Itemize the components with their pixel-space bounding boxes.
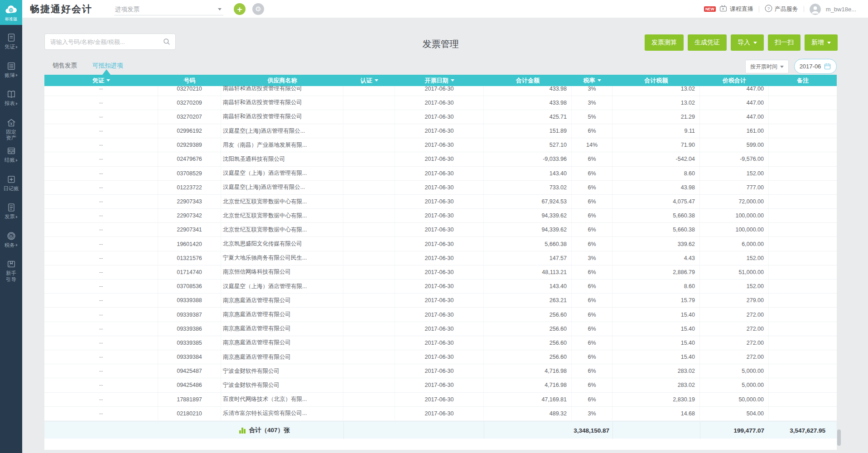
chevron-down-icon — [780, 66, 784, 68]
sidebar-item-label: 凭证 — [5, 44, 18, 50]
table-row[interactable]: --01223722汉庭星空(上海)酒店管理有限公...2017-06-3073… — [44, 181, 837, 195]
scan-button[interactable]: 扫一扫 — [768, 34, 800, 51]
table-row[interactable]: --03270209南昌轩和酒店投资管理有限公司2017-06-30433.98… — [44, 96, 837, 110]
table-row[interactable]: --09339387南京惠庭酒店管理有限公司2017-06-30256.606%… — [44, 308, 837, 322]
cell-total-with-tax: 72,000.00 — [700, 195, 769, 208]
cell-voucher: -- — [44, 336, 158, 350]
ledger-icon — [6, 61, 16, 71]
chevron-right-icon — [16, 244, 18, 246]
cell-number: 01223722 — [158, 181, 221, 194]
cell-date: 2017-06-30 — [395, 393, 484, 406]
sidebar-item-guide[interactable]: 新手引导 — [0, 259, 22, 288]
table-row[interactable]: --03708529汉庭星空（上海）酒店管理有限...2017-06-30143… — [44, 167, 837, 181]
cell-voucher: -- — [44, 294, 158, 307]
table-row[interactable]: --03708536汉庭星空（上海）酒店管理有限...2017-06-30143… — [44, 280, 837, 294]
table-row[interactable]: --02929389用友（南昌）产业基地发展有限...2017-06-30527… — [44, 138, 837, 152]
table-row[interactable]: --09339385南京惠庭酒店管理有限公司2017-06-30256.606%… — [44, 336, 837, 350]
sidebar-item-report[interactable]: 报表 — [0, 89, 22, 118]
cell-tax-amount: 2,886.79 — [612, 265, 700, 279]
column-header-voucher[interactable]: 凭证 — [44, 75, 158, 86]
table-row[interactable]: --01321576宁夏大地乐驰商务有限公司民生...2017-06-30147… — [44, 251, 837, 265]
sidebar-item-label: 新手 — [6, 270, 16, 277]
footer-count-label: 合计（407）张 — [249, 426, 290, 434]
table-row[interactable]: --19601420北京凯思盛阳文化传媒有限公司2017-06-305,660.… — [44, 237, 837, 251]
period-picker[interactable]: 2017-06 — [794, 59, 837, 74]
product-service-link[interactable]: ? 产品服务 — [765, 5, 798, 14]
table-row[interactable]: --09425487宁波金财软件有限公司2017-06-304,716.986%… — [44, 364, 837, 378]
sidebar-item-fixed-assets[interactable]: ¥固定资产 — [0, 118, 22, 146]
table-row[interactable]: --01714740南京恒信网络科技有限公司2017-06-3048,113.2… — [44, 265, 837, 280]
cell-supplier: 南京惠庭酒店管理有限公司 — [221, 308, 343, 321]
tab-sales-invoice[interactable]: 销售发票 — [53, 62, 77, 70]
cell-tax-amount: 4,075.47 — [612, 195, 700, 208]
fixed-assets-icon: ¥ — [6, 118, 16, 128]
plus-icon: + — [237, 5, 242, 14]
table-row[interactable]: --02479676沈阳凯圣通科技有限公司2017-06-30-9,033.96… — [44, 152, 837, 166]
cell-voucher: -- — [44, 280, 158, 293]
quick-add-button[interactable]: + — [234, 3, 246, 15]
cell-auth — [343, 407, 395, 420]
cell-total-with-tax: 100,000.00 — [700, 209, 769, 222]
sort-by-dropdown[interactable]: 按开票时间 — [745, 60, 789, 73]
cell-number: 02929389 — [158, 138, 221, 152]
column-header-total-with-tax: 价税合计 — [700, 75, 769, 86]
app-logo[interactable]: 标准版 — [0, 0, 22, 25]
sidebar-item-voucher[interactable]: 凭证 — [0, 33, 22, 61]
new-badge: NEW — [704, 6, 716, 12]
cell-tax-rate: 3% — [572, 251, 612, 265]
cell-tax-rate: 6% — [572, 124, 612, 138]
table-row[interactable]: --03270207南昌轩和酒店投资管理有限公司2017-06-30425.71… — [44, 110, 837, 124]
table-row[interactable]: --02180210乐清市富尔特长运宾馆有限公司...2017-06-30489… — [44, 407, 837, 421]
table-row[interactable]: --22907343北京世纪互联宽带数据中心有限...2017-06-3067,… — [44, 195, 837, 209]
sidebar: 凭证账簿报表¥固定资产结账日记账发票税税务新手引导 — [0, 18, 22, 453]
tab-deductible-input[interactable]: 可抵扣进项 — [92, 62, 123, 70]
period-value: 2017-06 — [800, 63, 821, 70]
column-header-supplier: 供应商名称 — [221, 75, 343, 86]
vertical-scrollbar-thumb[interactable] — [837, 429, 841, 446]
sidebar-item-tax[interactable]: 税税务 — [0, 231, 22, 260]
cell-voucher: -- — [44, 167, 158, 180]
column-header-tax-rate[interactable]: 税率 — [572, 75, 612, 86]
table-row[interactable]: --22907342北京世纪互联宽带数据中心有限...2017-06-3094,… — [44, 209, 837, 223]
module-select-dropdown[interactable]: 进项发票 — [114, 4, 223, 15]
table-row[interactable]: --09339384南京惠庭酒店管理有限公司2017-06-30256.606%… — [44, 350, 837, 364]
column-header-invoice-date[interactable]: 开票日期 — [395, 75, 484, 86]
cell-number: 03270207 — [158, 110, 221, 124]
settings-button[interactable]: ⚙ — [252, 3, 264, 15]
table-row[interactable]: --09425486宁波金财软件有限公司2017-06-304,716.986%… — [44, 378, 837, 392]
cell-voucher: -- — [44, 223, 158, 236]
invoice-calc-button[interactable]: 发票测算 — [645, 34, 684, 51]
cell-supplier: 南京惠庭酒店管理有限公司 — [221, 350, 343, 364]
cell-date: 2017-06-30 — [395, 223, 484, 236]
import-button[interactable]: 导入 — [731, 34, 764, 51]
cell-amount: 5,660.38 — [484, 237, 572, 251]
table-row[interactable]: --22907341北京世纪互联宽带数据中心有限...2017-06-3094,… — [44, 223, 837, 237]
sidebar-item-journal[interactable]: 日记账 — [0, 174, 22, 203]
sidebar-item-ledger[interactable]: 账簿 — [0, 61, 22, 90]
table-row[interactable]: --02996192汉庭星空(上海)酒店管理有限公...2017-06-3015… — [44, 124, 837, 138]
button-label: 导入 — [738, 39, 750, 47]
module-select-value: 进项发票 — [114, 5, 140, 14]
cell-date: 2017-06-30 — [395, 378, 484, 392]
generate-voucher-button[interactable]: 生成凭证 — [688, 34, 727, 51]
user-menu[interactable]: m_bw18e... — [810, 4, 856, 15]
sidebar-item-closing[interactable]: 结账 — [0, 146, 22, 174]
sidebar-item-invoice[interactable]: 发票 — [0, 202, 22, 231]
column-header-auth[interactable]: 认证 — [343, 75, 395, 86]
video-icon — [719, 5, 728, 14]
table-row[interactable]: --09339386南京惠庭酒店管理有限公司2017-06-30256.606%… — [44, 322, 837, 336]
sidebar-item-label: 固定 — [6, 129, 16, 135]
table-row[interactable]: --17881897百度时代网络技术（北京）有限...2017-06-3047,… — [44, 393, 837, 407]
cell-remark — [769, 336, 837, 350]
table-row[interactable]: --09339388南京惠庭酒店管理有限公司2017-06-30263.216%… — [44, 294, 837, 308]
cell-number: 22907343 — [158, 195, 221, 208]
cell-amount: 143.40 — [484, 280, 572, 293]
add-button[interactable]: 新增 — [805, 34, 838, 51]
cell-auth — [343, 223, 395, 236]
cell-supplier: 南京惠庭酒店管理有限公司 — [221, 336, 343, 350]
live-course-link[interactable]: NEW 课程直播 — [704, 5, 753, 14]
table-row[interactable]: --03270210南昌轩和酒店投资管理有限公司2017-06-30433.98… — [44, 86, 837, 96]
cell-total-with-tax: 152.00 — [700, 280, 769, 293]
cell-tax-rate: 6% — [572, 167, 612, 180]
button-label: 扫一扫 — [775, 39, 794, 47]
